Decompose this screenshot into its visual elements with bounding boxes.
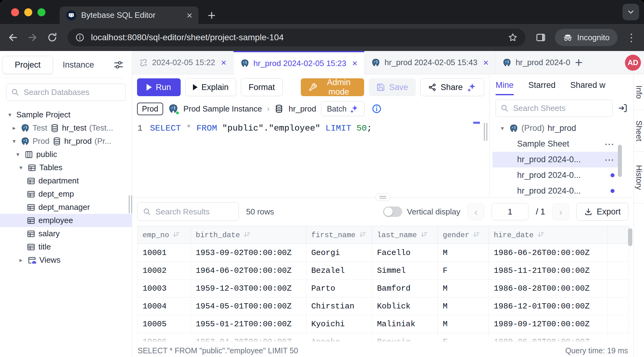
close-sheet-icon[interactable]: × <box>483 57 489 68</box>
column-header-birth_date[interactable]: birth_date <box>191 226 306 244</box>
table-row[interactable]: 100041954-05-01T00:00:00ZChirstianKoblic… <box>138 297 629 315</box>
tab-search-button[interactable] <box>622 4 639 20</box>
sheet-tab-3[interactable]: hr_prod 2024-02-05 15:43× <box>364 51 496 74</box>
table-row[interactable]: 100031959-12-03T00:00:00ZPartoBamfordM19… <box>138 280 629 297</box>
table-row[interactable]: 100021964-06-02T00:00:00ZBezalelSimmelF1… <box>138 262 629 280</box>
table-cell[interactable]: Facello <box>372 244 438 262</box>
avatar[interactable]: AD <box>625 55 641 71</box>
tree-item-title[interactable]: title <box>0 240 132 253</box>
table-cell[interactable]: 1953-04-20T00:00:00Z <box>191 333 306 344</box>
collapse-panel-icon[interactable] <box>618 103 628 113</box>
table-cell[interactable]: F <box>438 262 489 280</box>
tree-item-public[interactable]: ▾public <box>0 148 132 161</box>
panel-resize-handle[interactable] <box>484 123 487 141</box>
table-cell[interactable]: 1989-06-02T00:00:00Z <box>489 333 608 344</box>
instance-name[interactable]: Prod Sample Instance <box>183 104 262 114</box>
save-button[interactable]: Save <box>369 78 416 96</box>
table-cell[interactable]: 10002 <box>138 262 191 280</box>
table-cell[interactable]: M <box>438 244 489 262</box>
table-cell[interactable]: Bezalel <box>306 262 372 280</box>
table-cell[interactable]: Anneke <box>306 333 372 344</box>
tree-item-Prod[interactable]: ▾Prodhr_prod(Pr... <box>0 135 132 148</box>
sql-editor[interactable]: 1 SELECT * FROM "public"."employee" LIMI… <box>132 120 489 197</box>
table-cell[interactable]: 1986-08-28T00:00:00Z <box>489 280 608 297</box>
table-cell[interactable]: 10005 <box>138 315 191 333</box>
tree-item-Sample Project[interactable]: ▾Sample Project <box>0 108 132 121</box>
table-cell[interactable]: 1964-06-02T00:00:00Z <box>191 262 306 280</box>
minimize-window-button[interactable] <box>24 8 32 16</box>
table-row[interactable]: 100061953-04-20T00:00:00ZAnnekePreusigF1… <box>138 333 629 344</box>
tab-sheet[interactable]: Sheet <box>634 110 644 152</box>
column-header-first_name[interactable]: first_name <box>306 226 372 244</box>
sheet-list-item[interactable]: hr_prod 2024-0...⋯ <box>493 152 618 167</box>
tab-project[interactable]: Project <box>2 56 53 74</box>
table-cell[interactable]: Kyoichi <box>306 315 372 333</box>
column-header-gender[interactable]: gender <box>438 226 489 244</box>
table-row[interactable]: 100011953-09-02T00:00:00ZGeorgiFacelloM1… <box>138 244 629 262</box>
explain-button[interactable]: Explain <box>185 78 237 96</box>
table-cell[interactable]: 1954-05-01T00:00:00Z <box>191 297 306 315</box>
share-button[interactable]: Share <box>420 78 484 96</box>
tab-starred[interactable]: Starred <box>528 80 556 95</box>
page-input[interactable] <box>492 203 528 220</box>
table-cell[interactable]: M <box>438 297 489 315</box>
table-cell[interactable]: 1953-09-02T00:00:00Z <box>191 244 306 262</box>
tab-info[interactable]: Info <box>634 74 644 110</box>
close-window-button[interactable] <box>11 8 19 16</box>
new-sheet-button[interactable]: + <box>575 55 583 70</box>
sheet-list-item[interactable]: hr_prod 2024-0... <box>493 167 618 183</box>
browser-menu-button[interactable]: ⋮ <box>626 32 637 43</box>
tree-item-dept_emp[interactable]: dept_emp <box>0 187 132 201</box>
sheet-search[interactable] <box>496 100 613 117</box>
admin-mode-button[interactable]: Admin mode <box>301 78 364 96</box>
sheet-search-input[interactable] <box>512 103 608 113</box>
zoom-window-button[interactable] <box>37 8 45 16</box>
next-page-button[interactable]: › <box>552 203 569 220</box>
filter-sliders-icon[interactable] <box>113 60 124 70</box>
sheet-list-item[interactable]: ▾(Prod)hr_prod <box>493 120 618 136</box>
tree-item-department[interactable]: department <box>0 174 132 187</box>
sheet-tab-4[interactable]: hr_prod 2024-0 <box>496 51 573 74</box>
table-cell[interactable]: 10003 <box>138 280 191 297</box>
database-search[interactable] <box>6 84 126 101</box>
table-row[interactable]: 100051955-01-21T00:00:00ZKyoichiMaliniak… <box>138 315 629 333</box>
close-sheet-icon[interactable]: × <box>221 57 226 68</box>
column-header-emp_no[interactable]: emp_no <box>138 226 191 244</box>
table-cell[interactable]: M <box>438 315 489 333</box>
reload-button[interactable] <box>47 32 58 43</box>
table-cell[interactable]: Georgi <box>306 244 372 262</box>
side-panel-icon[interactable] <box>535 32 546 43</box>
table-cell[interactable]: 1985-11-21T00:00:00Z <box>489 262 608 280</box>
more-menu-icon[interactable]: ⋯ <box>604 141 615 147</box>
export-button[interactable]: Export <box>576 203 628 221</box>
table-cell[interactable]: Maliniak <box>372 315 438 333</box>
more-menu-icon[interactable]: ⋯ <box>604 157 615 163</box>
sidebar-resize-handle[interactable] <box>129 195 132 213</box>
table-cell[interactable]: 10004 <box>138 297 191 315</box>
batch-button[interactable]: Batch <box>321 101 365 116</box>
table-scrollbar[interactable] <box>628 228 632 246</box>
table-cell[interactable]: Chirstian <box>306 297 372 315</box>
tree-item-dept_manager[interactable]: dept_manager <box>0 201 132 214</box>
table-cell[interactable]: Parto <box>306 280 372 297</box>
table-cell[interactable]: 1986-12-01T00:00:00Z <box>489 297 608 315</box>
table-cell[interactable]: M <box>438 280 489 297</box>
prev-page-button[interactable]: ‹ <box>468 203 484 220</box>
sheet-list-item[interactable]: hr_prod 2024-0... <box>493 183 618 197</box>
browser-tab[interactable]: Bytebase SQL Editor × <box>60 6 198 24</box>
address-bar[interactable]: localhost:8080/sql-editor/sheet/project-… <box>68 29 525 46</box>
new-tab-button[interactable]: + <box>208 9 216 22</box>
results-search-input[interactable] <box>155 207 234 217</box>
tab-history[interactable]: History <box>634 152 644 203</box>
database-search-input[interactable] <box>23 87 121 97</box>
sheet-tab-2[interactable]: hr_prod 2024-02-05 15:23× <box>234 51 365 74</box>
run-button[interactable]: Run <box>137 78 181 96</box>
forward-button[interactable] <box>27 32 38 43</box>
table-cell[interactable]: Preusig <box>372 333 438 344</box>
tree-item-Test[interactable]: ▸Testhr_test(Test... <box>0 121 132 135</box>
site-info-icon[interactable] <box>75 33 85 42</box>
table-cell[interactable]: 1989-09-12T00:00:00Z <box>489 315 608 333</box>
database-name[interactable]: hr_prod <box>289 104 316 114</box>
column-header-hire_date[interactable]: hire_date <box>489 226 608 244</box>
vertical-display-toggle[interactable] <box>383 206 402 217</box>
